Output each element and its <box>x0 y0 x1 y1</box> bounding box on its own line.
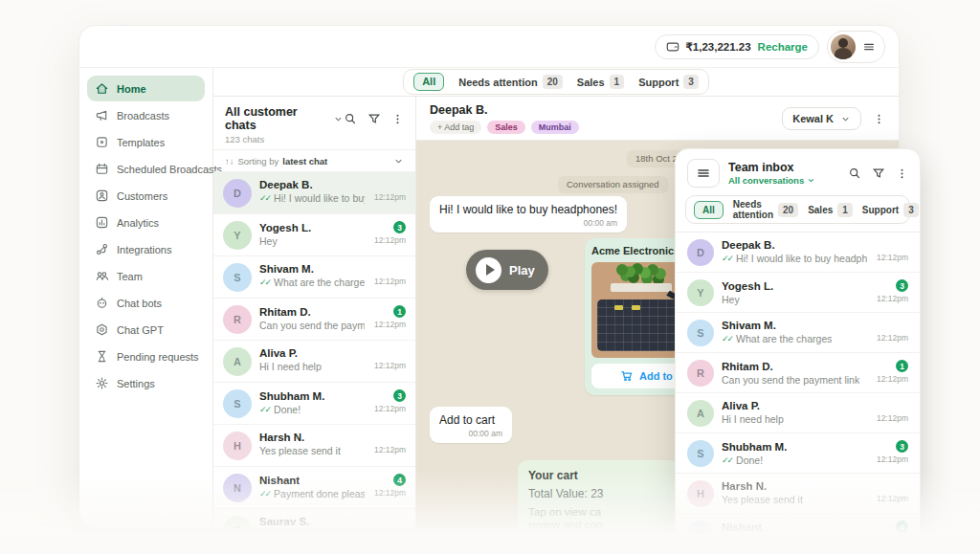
tag-chip-mumbai: Mumbai <box>531 121 579 134</box>
avatar: Y <box>223 221 252 250</box>
read-ticks-icon: ✓✓ <box>259 489 270 499</box>
sidebar-item-pending-requests[interactable]: Pending requests <box>87 343 205 369</box>
chat-list-item[interactable]: N Nishant4 ✓✓Payment done please check..… <box>676 514 920 541</box>
filter-icon[interactable] <box>368 112 381 125</box>
chat-list-title[interactable]: All customer chats <box>225 105 328 132</box>
chat-list-item[interactable]: S Shivam M. ✓✓What are the charges12:12p… <box>213 256 415 299</box>
conversations-dropdown[interactable]: All conversations <box>728 175 815 186</box>
template-icon <box>95 135 109 149</box>
tab-sales[interactable]: Sales1 <box>808 203 853 217</box>
incoming-message: Hi! I would like to buy headphones! 00:0… <box>430 196 627 233</box>
tab-all[interactable]: All <box>694 201 724 219</box>
sidebar-item-chat-bots[interactable]: Chat bots <box>87 290 205 316</box>
sidebar-item-home[interactable]: Home <box>87 76 205 101</box>
wallet-balance: ₹1,23,221.23 Recharge <box>655 34 820 59</box>
chevron-down-icon[interactable] <box>333 114 344 124</box>
sidebar-item-integrations[interactable]: Integrations <box>87 236 205 262</box>
chat-list: D Deepak B. ✓✓Hi! I would like to buy he… <box>213 172 415 529</box>
tab-sales[interactable]: Sales1 <box>577 75 624 89</box>
megaphone-icon <box>95 108 109 122</box>
play-button[interactable]: Play <box>466 250 548 290</box>
recharge-button[interactable]: Recharge <box>758 41 808 53</box>
chevron-down-icon <box>393 156 404 166</box>
tab-needs-attention[interactable]: Needs attention20 <box>458 75 563 89</box>
hamburger-icon[interactable] <box>687 159 720 188</box>
search-icon[interactable] <box>344 112 357 125</box>
count-badge: 1 <box>837 203 853 217</box>
message-time: 00:00 am <box>439 218 617 228</box>
chat-list-item[interactable]: S Shubham M.3 ✓✓Done!12:12pm <box>213 383 415 425</box>
chat-list-item[interactable]: R Rhitam D.1 Can you send the payment li… <box>676 353 920 393</box>
bot-icon <box>95 296 109 310</box>
count-badge: 20 <box>778 203 798 217</box>
tab-support[interactable]: Support3 <box>638 75 699 89</box>
kebab-menu-icon[interactable] <box>896 167 908 180</box>
chat-list-item[interactable]: S Shubham M.3 ✓✓Done!12:12pm <box>676 433 920 474</box>
chat-list-item[interactable]: Y Yogesh L.3 Hey12:12pm <box>676 273 920 313</box>
tab-all[interactable]: All <box>413 73 444 91</box>
assignee-dropdown[interactable]: Kewal K <box>782 107 861 130</box>
play-icon <box>476 257 501 283</box>
chevron-down-icon <box>807 176 815 185</box>
sidebar-item-scheduled-broadcasts[interactable]: Scheduled Broadcasts <box>87 156 205 182</box>
tab-needs-attention[interactable]: Needs attention20 <box>733 199 798 220</box>
chat-list-item[interactable]: D Deepak B. ✓✓Hi! I would like to buy he… <box>676 233 920 273</box>
chat-list-item[interactable]: S Saurav S. Hi there! Is there any disco… <box>213 509 415 529</box>
sort-control[interactable]: ↑↓ Sorting by latest chat <box>213 149 415 172</box>
sidebar-item-analytics[interactable]: Analytics <box>87 210 205 235</box>
tag-chip-sales: Sales <box>487 121 525 134</box>
read-ticks-icon: ✓✓ <box>722 455 732 465</box>
read-ticks-icon: ✓✓ <box>259 277 270 287</box>
filter-icon[interactable] <box>872 166 885 180</box>
chat-list-item[interactable]: S Shivam M. ✓✓What are the charges12:12p… <box>676 313 920 353</box>
chat-list-item[interactable]: A Aliva P. Hi I need help12:12pm <box>676 393 920 433</box>
balance-amount: ₹1,23,221.23 <box>686 40 751 54</box>
chat-list-item[interactable]: H Harsh N. Yes please send it12:12pm <box>213 425 415 467</box>
avatar: N <box>687 521 714 541</box>
avatar: A <box>223 347 252 376</box>
avatar: R <box>687 360 714 387</box>
add-tag-button[interactable]: + Add tag <box>430 121 481 134</box>
sidebar-item-team[interactable]: Team <box>87 263 205 289</box>
overlay-filter-tabs: All Needs attention20 Sales1 Support3 <box>676 195 920 233</box>
avatar: D <box>687 239 714 266</box>
count-badge: 1 <box>610 75 625 89</box>
chat-list-item[interactable]: D Deepak B. ✓✓Hi! I would like to buy he… <box>213 172 415 214</box>
sidebar: Home Broadcasts Templates Scheduled Broa… <box>79 68 213 529</box>
chat-list-item[interactable]: H Harsh N. Yes please send it12:12pm <box>676 474 920 514</box>
calendar-icon <box>95 162 109 176</box>
chat-count: 123 chats <box>225 134 404 144</box>
avatar: S <box>223 516 252 529</box>
incoming-message: Add to cart 00:00 am <box>430 407 512 443</box>
avatar: D <box>223 179 252 208</box>
sidebar-item-templates[interactable]: Templates <box>87 129 205 155</box>
sidebar-item-settings[interactable]: Settings <box>87 370 205 396</box>
avatar: R <box>223 305 252 334</box>
user-avatar[interactable] <box>831 34 856 59</box>
wallet-icon <box>666 40 679 54</box>
sidebar-item-chat-gpt[interactable]: Chat GPT <box>87 317 205 343</box>
tab-support[interactable]: Support3 <box>862 203 919 217</box>
gear-icon <box>95 376 109 390</box>
sidebar-item-broadcasts[interactable]: Broadcasts <box>87 102 205 128</box>
kebab-menu-icon[interactable] <box>873 113 885 125</box>
chat-list-item[interactable]: R Rhitam D.1 Can you send the payment li… <box>213 299 415 341</box>
sidebar-item-customers[interactable]: Customers <box>87 183 205 209</box>
read-ticks-icon: ✓✓ <box>722 536 732 541</box>
unread-badge: 3 <box>393 389 406 402</box>
hamburger-icon[interactable] <box>862 40 876 54</box>
count-badge: 3 <box>683 75 699 89</box>
avatar: S <box>223 389 252 418</box>
read-ticks-icon: ✓✓ <box>722 334 732 343</box>
chat-list-item[interactable]: A Aliva P. Hi I need help12:12pm <box>213 341 415 383</box>
chat-list-panel: All customer chats 123 chats ↑↓ S <box>213 97 416 529</box>
conversation-filter-tabs: All Needs attention20 Sales1 Support3 <box>213 68 899 97</box>
unread-badge: 1 <box>896 360 908 372</box>
chat-list-item[interactable]: N Nishant4 ✓✓Payment done please check..… <box>213 467 415 509</box>
profile-menu <box>827 31 885 63</box>
chat-list-item[interactable]: Y Yogesh L.3 Hey12:12pm <box>213 214 415 256</box>
search-icon[interactable] <box>848 166 861 180</box>
cart-summary-message: Your cart Total Value: 23 Tap on view ca… <box>518 460 680 529</box>
home-icon <box>95 81 109 96</box>
kebab-menu-icon[interactable] <box>391 113 404 125</box>
